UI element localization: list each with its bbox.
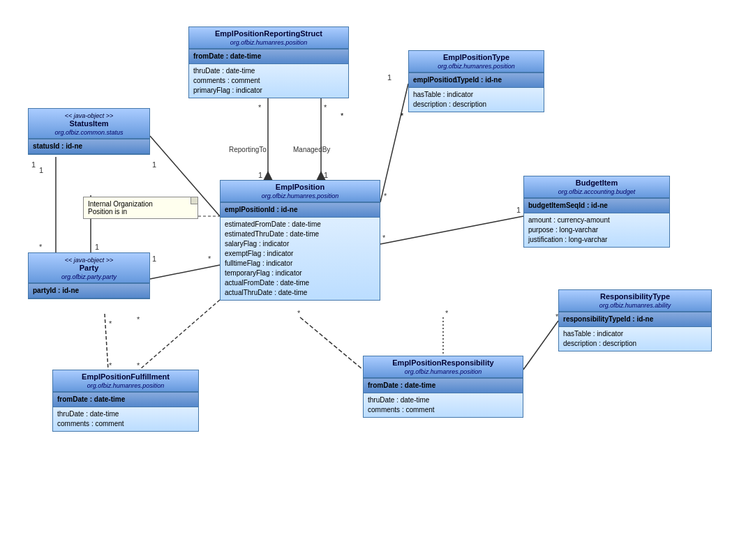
svg-text:1: 1 [31, 160, 36, 169]
attr-budgetitemseqid: budgetItemSeqId : id-ne [528, 201, 665, 211]
attr-emplpositiontypeid: emplPositionTypeId : id-ne [413, 75, 539, 85]
responsibility-type-box: ResponsibilityType org.ofbiz.humanres.ab… [558, 289, 712, 351]
party-header: << java-object >> Party org.ofbiz.party.… [29, 253, 149, 283]
svg-line-29 [523, 321, 558, 370]
svg-text:*: * [137, 361, 140, 370]
attr-thrudate3: thruDate : date-time [368, 395, 519, 405]
attr-purpose: purpose : long-varchar [528, 225, 665, 235]
status-item-key: statusId : id-ne [29, 139, 149, 154]
svg-text:1: 1 [324, 171, 328, 179]
attr-fulltimeflag: fulltimeFlag : indicator [225, 259, 375, 268]
svg-text:1: 1 [387, 73, 391, 82]
svg-line-23 [150, 265, 220, 279]
empl-position-fulfillment-attrs: thruDate : date-time comments : comment [53, 407, 198, 431]
attr-hastable2: hasTable : indicator [563, 329, 707, 339]
svg-line-10 [380, 84, 408, 202]
attr-description2: description : description [563, 339, 707, 349]
budget-item-header: BudgetItem org.ofbiz.accounting.budget [524, 176, 669, 198]
empl-position-pkg: org.ofbiz.humanres.position [262, 192, 339, 199]
empl-position-reporting-struct-key: fromDate : date-time [189, 49, 348, 64]
empl-position-responsibility-box: EmplPositionResponsibility org.ofbiz.hum… [363, 356, 523, 418]
attr-description: description : description [413, 100, 539, 109]
budget-item-box: BudgetItem org.ofbiz.accounting.budget b… [523, 176, 670, 248]
empl-position-reporting-struct-pkg: org.ofbiz.humanres.position [230, 39, 308, 46]
responsibility-type-key: responsibilityTypeId : id-ne [559, 312, 711, 327]
party-pkg: org.ofbiz.party.party [61, 273, 117, 280]
empl-position-responsibility-key: fromDate : date-time [364, 378, 523, 393]
svg-text:*: * [324, 103, 327, 112]
budget-item-key: budgetItemSeqId : id-ne [524, 198, 669, 213]
party-title: Party [80, 264, 99, 272]
svg-text:*: * [384, 192, 387, 200]
empl-position-type-title: EmplPositionType [443, 53, 509, 61]
attr-amount: amount : currency-amount [528, 215, 665, 225]
attr-actualfromdate: actualFromDate : date-time [225, 278, 375, 288]
budget-item-pkg: org.ofbiz.accounting.budget [558, 188, 636, 195]
attr-primaryflag: primaryFlag : indicator [193, 86, 344, 96]
attr-responsibilitytypeid: responsibilityTypeId : id-ne [563, 315, 707, 324]
note-text: Internal OrganizationPosition is in [88, 200, 193, 215]
note-box: Internal OrganizationPosition is in [83, 197, 198, 219]
svg-text:ReportingTo: ReportingTo [229, 146, 267, 153]
empl-position-box: EmplPosition org.ofbiz.humanres.position… [220, 180, 380, 301]
empl-position-type-header: EmplPositionType org.ofbiz.humanres.posi… [409, 51, 544, 73]
svg-text:*: * [208, 255, 211, 263]
attr-fromdate3: fromDate : date-time [368, 381, 519, 391]
svg-text:1: 1 [152, 160, 156, 169]
attr-temporaryflag: temporaryFlag : indicator [225, 268, 375, 278]
multiplicity-1-type: 1 [454, 75, 458, 84]
svg-text:*: * [137, 315, 140, 324]
empl-position-reporting-struct-header: EmplPositionReportingStruct org.ofbiz.hu… [189, 27, 348, 49]
empl-position-reporting-struct-box: EmplPositionReportingStruct org.ofbiz.hu… [188, 27, 349, 98]
svg-text:*: * [445, 309, 449, 317]
empl-position-reporting-struct-title: EmplPositionReportingStruct [215, 29, 322, 38]
empl-position-key: emplPositionId : id-ne [221, 202, 380, 218]
empl-position-responsibility-header: EmplPositionResponsibility org.ofbiz.hum… [364, 356, 523, 378]
svg-line-32 [300, 317, 363, 370]
empl-position-fulfillment-header: EmplPositionFulfillment org.ofbiz.humanr… [53, 370, 198, 392]
empl-position-fulfillment-pkg: org.ofbiz.humanres.position [87, 382, 165, 389]
attr-comments: comments : comment [193, 76, 344, 86]
empl-position-attrs: estimatedFromDate : date-time estimatedT… [221, 218, 380, 300]
attr-fromdate2: fromDate : date-time [57, 395, 194, 404]
empl-position-responsibility-pkg: org.ofbiz.humanres.position [405, 368, 482, 375]
empl-position-reporting-struct-attrs: thruDate : date-time comments : comment … [189, 64, 348, 98]
svg-text:*: * [109, 319, 112, 328]
note-corner [191, 197, 197, 204]
svg-text:*: * [297, 309, 301, 317]
svg-text:*: * [39, 243, 43, 251]
party-key: partyId : id-ne [29, 283, 149, 298]
svg-line-20 [380, 216, 523, 244]
attr-statusid: statusId : id-ne [33, 142, 145, 151]
empl-position-type-key: emplPositionTypeId : id-ne [409, 73, 544, 88]
status-item-title: StatusItem [69, 119, 108, 128]
attr-hastable: hasTable : indicator [413, 90, 539, 100]
svg-text:1: 1 [258, 171, 262, 179]
multiplicity-star-2: * [401, 112, 403, 120]
party-stereotype: << java-object >> [65, 257, 114, 264]
budget-item-attrs: amount : currency-amount purpose : long-… [524, 213, 669, 247]
svg-text:1: 1 [516, 206, 521, 214]
empl-position-type-attrs: hasTable : indicator description : descr… [409, 88, 544, 112]
multiplicity-star-1: * [341, 112, 343, 120]
attr-comments2: comments : comment [57, 419, 194, 429]
svg-text:*: * [258, 103, 262, 112]
diagram-container: * 1 ReportingTo * 1 ManagedBy 1 * 1 1 1 … [0, 0, 746, 560]
svg-text:*: * [109, 361, 112, 370]
empl-position-responsibility-title: EmplPositionResponsibility [392, 358, 493, 367]
empl-position-responsibility-attrs: thruDate : date-time comments : comment [364, 393, 523, 417]
svg-line-39 [105, 314, 108, 370]
attr-justification: justification : long-varchar [528, 235, 665, 245]
party-box: << java-object >> Party org.ofbiz.party.… [28, 252, 150, 299]
status-item-box: << java-object >> StatusItem org.ofbiz.c… [28, 108, 150, 155]
attr-partyid: partyId : id-ne [33, 286, 145, 296]
attr-estimatedthrudate: estimatedThruDate : date-time [225, 229, 375, 239]
attr-comments3: comments : comment [368, 405, 519, 415]
empl-position-type-pkg: org.ofbiz.humanres.position [438, 63, 515, 70]
svg-text:1: 1 [152, 255, 156, 263]
attr-exemptflag: exemptFlag : indicator [225, 249, 375, 259]
svg-text:1: 1 [95, 243, 99, 251]
svg-text:ManagedBy: ManagedBy [293, 146, 330, 153]
status-item-pkg: org.ofbiz.common.status [54, 129, 123, 136]
svg-text:*: * [382, 234, 386, 242]
